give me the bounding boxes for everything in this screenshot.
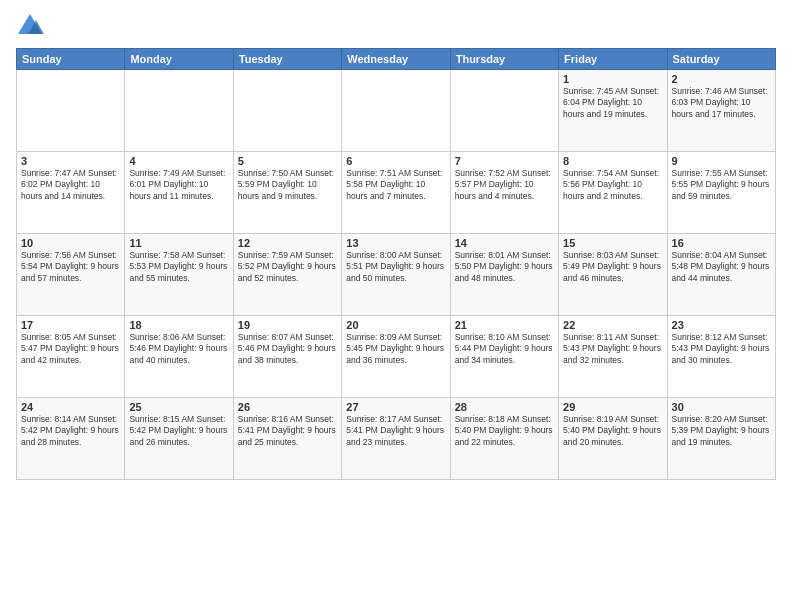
day-info: Sunrise: 7:49 AM Sunset: 6:01 PM Dayligh… bbox=[129, 168, 228, 202]
day-cell: 15Sunrise: 8:03 AM Sunset: 5:49 PM Dayli… bbox=[559, 234, 667, 316]
day-number: 2 bbox=[672, 73, 771, 85]
day-cell: 29Sunrise: 8:19 AM Sunset: 5:40 PM Dayli… bbox=[559, 398, 667, 480]
day-number: 12 bbox=[238, 237, 337, 249]
day-cell: 18Sunrise: 8:06 AM Sunset: 5:46 PM Dayli… bbox=[125, 316, 233, 398]
day-cell: 11Sunrise: 7:58 AM Sunset: 5:53 PM Dayli… bbox=[125, 234, 233, 316]
day-number: 9 bbox=[672, 155, 771, 167]
week-row-3: 10Sunrise: 7:56 AM Sunset: 5:54 PM Dayli… bbox=[17, 234, 776, 316]
day-number: 26 bbox=[238, 401, 337, 413]
day-number: 11 bbox=[129, 237, 228, 249]
day-cell bbox=[450, 70, 558, 152]
day-number: 21 bbox=[455, 319, 554, 331]
day-cell: 7Sunrise: 7:52 AM Sunset: 5:57 PM Daylig… bbox=[450, 152, 558, 234]
day-info: Sunrise: 7:51 AM Sunset: 5:58 PM Dayligh… bbox=[346, 168, 445, 202]
column-header-saturday: Saturday bbox=[667, 49, 775, 70]
column-header-sunday: Sunday bbox=[17, 49, 125, 70]
day-cell bbox=[17, 70, 125, 152]
logo-icon bbox=[16, 12, 44, 40]
day-info: Sunrise: 8:15 AM Sunset: 5:42 PM Dayligh… bbox=[129, 414, 228, 448]
day-number: 6 bbox=[346, 155, 445, 167]
day-cell: 23Sunrise: 8:12 AM Sunset: 5:43 PM Dayli… bbox=[667, 316, 775, 398]
day-info: Sunrise: 8:01 AM Sunset: 5:50 PM Dayligh… bbox=[455, 250, 554, 284]
day-info: Sunrise: 7:55 AM Sunset: 5:55 PM Dayligh… bbox=[672, 168, 771, 202]
day-number: 5 bbox=[238, 155, 337, 167]
day-cell: 1Sunrise: 7:45 AM Sunset: 6:04 PM Daylig… bbox=[559, 70, 667, 152]
day-number: 22 bbox=[563, 319, 662, 331]
day-number: 17 bbox=[21, 319, 120, 331]
day-number: 4 bbox=[129, 155, 228, 167]
day-cell: 8Sunrise: 7:54 AM Sunset: 5:56 PM Daylig… bbox=[559, 152, 667, 234]
day-number: 23 bbox=[672, 319, 771, 331]
day-cell: 25Sunrise: 8:15 AM Sunset: 5:42 PM Dayli… bbox=[125, 398, 233, 480]
day-info: Sunrise: 8:19 AM Sunset: 5:40 PM Dayligh… bbox=[563, 414, 662, 448]
day-info: Sunrise: 8:03 AM Sunset: 5:49 PM Dayligh… bbox=[563, 250, 662, 284]
day-cell: 6Sunrise: 7:51 AM Sunset: 5:58 PM Daylig… bbox=[342, 152, 450, 234]
day-info: Sunrise: 8:06 AM Sunset: 5:46 PM Dayligh… bbox=[129, 332, 228, 366]
day-number: 3 bbox=[21, 155, 120, 167]
day-number: 8 bbox=[563, 155, 662, 167]
day-info: Sunrise: 7:45 AM Sunset: 6:04 PM Dayligh… bbox=[563, 86, 662, 120]
day-cell: 4Sunrise: 7:49 AM Sunset: 6:01 PM Daylig… bbox=[125, 152, 233, 234]
day-cell bbox=[342, 70, 450, 152]
week-row-1: 1Sunrise: 7:45 AM Sunset: 6:04 PM Daylig… bbox=[17, 70, 776, 152]
day-cell: 27Sunrise: 8:17 AM Sunset: 5:41 PM Dayli… bbox=[342, 398, 450, 480]
day-cell: 2Sunrise: 7:46 AM Sunset: 6:03 PM Daylig… bbox=[667, 70, 775, 152]
day-cell: 26Sunrise: 8:16 AM Sunset: 5:41 PM Dayli… bbox=[233, 398, 341, 480]
day-number: 27 bbox=[346, 401, 445, 413]
day-cell bbox=[233, 70, 341, 152]
day-info: Sunrise: 8:20 AM Sunset: 5:39 PM Dayligh… bbox=[672, 414, 771, 448]
day-cell: 21Sunrise: 8:10 AM Sunset: 5:44 PM Dayli… bbox=[450, 316, 558, 398]
column-header-thursday: Thursday bbox=[450, 49, 558, 70]
day-number: 14 bbox=[455, 237, 554, 249]
day-info: Sunrise: 7:59 AM Sunset: 5:52 PM Dayligh… bbox=[238, 250, 337, 284]
week-row-5: 24Sunrise: 8:14 AM Sunset: 5:42 PM Dayli… bbox=[17, 398, 776, 480]
day-number: 29 bbox=[563, 401, 662, 413]
day-cell bbox=[125, 70, 233, 152]
day-cell: 20Sunrise: 8:09 AM Sunset: 5:45 PM Dayli… bbox=[342, 316, 450, 398]
page: SundayMondayTuesdayWednesdayThursdayFrid… bbox=[0, 0, 792, 612]
calendar: SundayMondayTuesdayWednesdayThursdayFrid… bbox=[16, 48, 776, 480]
day-info: Sunrise: 7:50 AM Sunset: 5:59 PM Dayligh… bbox=[238, 168, 337, 202]
day-cell: 30Sunrise: 8:20 AM Sunset: 5:39 PM Dayli… bbox=[667, 398, 775, 480]
day-number: 28 bbox=[455, 401, 554, 413]
day-number: 15 bbox=[563, 237, 662, 249]
day-info: Sunrise: 7:56 AM Sunset: 5:54 PM Dayligh… bbox=[21, 250, 120, 284]
day-info: Sunrise: 7:46 AM Sunset: 6:03 PM Dayligh… bbox=[672, 86, 771, 120]
day-cell: 13Sunrise: 8:00 AM Sunset: 5:51 PM Dayli… bbox=[342, 234, 450, 316]
day-cell: 19Sunrise: 8:07 AM Sunset: 5:46 PM Dayli… bbox=[233, 316, 341, 398]
day-cell: 16Sunrise: 8:04 AM Sunset: 5:48 PM Dayli… bbox=[667, 234, 775, 316]
day-info: Sunrise: 7:54 AM Sunset: 5:56 PM Dayligh… bbox=[563, 168, 662, 202]
day-number: 18 bbox=[129, 319, 228, 331]
day-number: 30 bbox=[672, 401, 771, 413]
column-header-tuesday: Tuesday bbox=[233, 49, 341, 70]
day-cell: 3Sunrise: 7:47 AM Sunset: 6:02 PM Daylig… bbox=[17, 152, 125, 234]
day-cell: 5Sunrise: 7:50 AM Sunset: 5:59 PM Daylig… bbox=[233, 152, 341, 234]
day-info: Sunrise: 8:17 AM Sunset: 5:41 PM Dayligh… bbox=[346, 414, 445, 448]
day-info: Sunrise: 7:58 AM Sunset: 5:53 PM Dayligh… bbox=[129, 250, 228, 284]
day-cell: 10Sunrise: 7:56 AM Sunset: 5:54 PM Dayli… bbox=[17, 234, 125, 316]
day-number: 10 bbox=[21, 237, 120, 249]
logo bbox=[16, 12, 48, 40]
day-info: Sunrise: 7:52 AM Sunset: 5:57 PM Dayligh… bbox=[455, 168, 554, 202]
day-info: Sunrise: 8:04 AM Sunset: 5:48 PM Dayligh… bbox=[672, 250, 771, 284]
day-info: Sunrise: 8:09 AM Sunset: 5:45 PM Dayligh… bbox=[346, 332, 445, 366]
day-info: Sunrise: 8:11 AM Sunset: 5:43 PM Dayligh… bbox=[563, 332, 662, 366]
column-header-wednesday: Wednesday bbox=[342, 49, 450, 70]
day-number: 24 bbox=[21, 401, 120, 413]
day-info: Sunrise: 8:12 AM Sunset: 5:43 PM Dayligh… bbox=[672, 332, 771, 366]
column-header-monday: Monday bbox=[125, 49, 233, 70]
day-number: 1 bbox=[563, 73, 662, 85]
week-row-4: 17Sunrise: 8:05 AM Sunset: 5:47 PM Dayli… bbox=[17, 316, 776, 398]
day-cell: 14Sunrise: 8:01 AM Sunset: 5:50 PM Dayli… bbox=[450, 234, 558, 316]
day-number: 16 bbox=[672, 237, 771, 249]
day-info: Sunrise: 8:14 AM Sunset: 5:42 PM Dayligh… bbox=[21, 414, 120, 448]
day-info: Sunrise: 8:18 AM Sunset: 5:40 PM Dayligh… bbox=[455, 414, 554, 448]
day-cell: 22Sunrise: 8:11 AM Sunset: 5:43 PM Dayli… bbox=[559, 316, 667, 398]
day-cell: 24Sunrise: 8:14 AM Sunset: 5:42 PM Dayli… bbox=[17, 398, 125, 480]
day-cell: 17Sunrise: 8:05 AM Sunset: 5:47 PM Dayli… bbox=[17, 316, 125, 398]
header bbox=[16, 12, 776, 40]
day-info: Sunrise: 8:16 AM Sunset: 5:41 PM Dayligh… bbox=[238, 414, 337, 448]
day-cell: 28Sunrise: 8:18 AM Sunset: 5:40 PM Dayli… bbox=[450, 398, 558, 480]
day-cell: 12Sunrise: 7:59 AM Sunset: 5:52 PM Dayli… bbox=[233, 234, 341, 316]
day-number: 19 bbox=[238, 319, 337, 331]
